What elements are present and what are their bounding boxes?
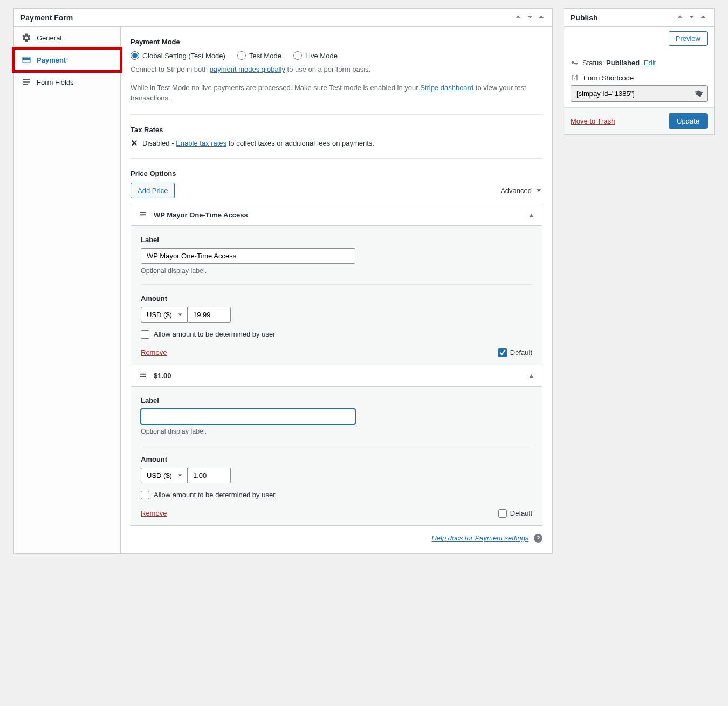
tab-form-fields[interactable]: Form Fields <box>14 71 120 93</box>
radio-global-label: Global Setting (Test Mode) <box>142 52 225 60</box>
amount-input[interactable] <box>188 468 231 483</box>
tab-payment[interactable]: Payment <box>14 49 120 71</box>
panel-collapse-icon[interactable] <box>699 13 708 22</box>
settings-tabs: General Payment Form Fields <box>14 27 121 553</box>
label-hint: Optional display label. <box>141 428 532 435</box>
allow-user-amount-checkbox[interactable] <box>141 330 149 339</box>
status-value: Published <box>606 59 640 67</box>
remove-price-link[interactable]: Remove <box>141 348 167 357</box>
tax-heading: Tax Rates <box>131 126 542 134</box>
radio-test[interactable]: Test Mode <box>237 51 281 60</box>
gear-icon <box>22 33 31 43</box>
advanced-toggle[interactable]: Advanced <box>500 187 542 195</box>
default-checkbox[interactable] <box>498 509 507 518</box>
radio-test-label: Test Mode <box>249 52 281 60</box>
default-label: Default <box>510 509 532 517</box>
currency-select[interactable]: USD ($) <box>141 468 188 483</box>
tax-status-row: Disabled - Enable tax rates to collect t… <box>131 139 542 147</box>
help-docs-link[interactable]: Help docs for Payment settings <box>431 534 528 542</box>
radio-global[interactable]: Global Setting (Test Mode) <box>131 51 225 60</box>
payment-modes-link[interactable]: payment modes globally <box>210 65 285 73</box>
remove-price-link[interactable]: Remove <box>141 509 167 517</box>
tab-payment-label: Payment <box>37 56 66 64</box>
radio-live-label: Live Mode <box>305 52 338 60</box>
panel-collapse-icon[interactable] <box>537 13 546 22</box>
preview-button[interactable]: Preview <box>669 31 708 46</box>
x-icon <box>131 139 138 147</box>
panel-reorder-controls <box>513 13 546 22</box>
price-label-input[interactable] <box>141 248 355 264</box>
stripe-dashboard-link[interactable]: Stripe dashboard <box>420 84 473 92</box>
status-row: Status: Published Edit <box>582 59 656 67</box>
radio-test-input[interactable] <box>237 51 246 60</box>
price-item: WP Mayor One-Time Access ▲ Label Optiona… <box>131 204 542 365</box>
advanced-label: Advanced <box>500 187 532 195</box>
radio-global-input[interactable] <box>131 51 139 60</box>
drag-handle-icon[interactable] <box>139 371 147 381</box>
collapse-icon[interactable]: ▲ <box>528 211 534 218</box>
key-icon <box>571 59 578 67</box>
tab-general[interactable]: General <box>14 27 120 49</box>
edit-status-link[interactable]: Edit <box>644 59 656 67</box>
payment-mode-help2: While in Test Mode no live payments are … <box>131 83 542 104</box>
chevron-down-icon <box>535 187 542 194</box>
tax-disabled-text: Disabled - <box>142 139 176 147</box>
allow-user-amount-checkbox[interactable] <box>141 491 149 499</box>
label-heading: Label <box>141 236 532 244</box>
tab-general-label: General <box>37 34 61 42</box>
panel-move-up-icon[interactable] <box>675 13 685 22</box>
amount-heading: Amount <box>141 294 532 303</box>
help-text: While in Test Mode no live payments are … <box>131 84 420 92</box>
price-item: $1.00 ▲ Label Optional display label. Am… <box>131 365 542 526</box>
enable-tax-link[interactable]: Enable tax rates <box>176 139 226 147</box>
default-row[interactable]: Default <box>498 348 532 357</box>
price-label-input[interactable] <box>141 409 355 424</box>
allow-user-amount-row[interactable]: Allow amount to be determined by user <box>141 491 532 499</box>
panel-move-down-icon[interactable] <box>525 13 535 22</box>
shortcode-input[interactable] <box>571 85 708 102</box>
default-checkbox[interactable] <box>498 348 507 357</box>
help-text: Connect to Stripe in both <box>131 65 210 73</box>
card-icon <box>22 55 31 65</box>
status-label: Status: <box>582 59 606 67</box>
form-icon <box>22 77 31 87</box>
price-item-header[interactable]: WP Mayor One-Time Access ▲ <box>131 204 542 225</box>
label-hint: Optional display label. <box>141 267 532 275</box>
collapse-icon[interactable]: ▲ <box>528 372 534 379</box>
allow-user-amount-label: Allow amount to be determined by user <box>154 491 275 499</box>
shortcode-icon <box>571 73 579 82</box>
panel-reorder-controls <box>675 13 708 22</box>
amount-heading: Amount <box>141 455 532 463</box>
allow-user-amount-row[interactable]: Allow amount to be determined by user <box>141 330 532 339</box>
payment-mode-help1: Connect to Stripe in both payment modes … <box>131 64 542 75</box>
help-icon[interactable]: ? <box>534 534 542 543</box>
panel-move-down-icon[interactable] <box>687 13 697 22</box>
update-button[interactable]: Update <box>669 113 708 129</box>
tax-post-text: to collect taxes or additional fees on p… <box>226 139 374 147</box>
currency-select[interactable]: USD ($) <box>141 307 188 323</box>
radio-live-input[interactable] <box>293 51 302 60</box>
default-row[interactable]: Default <box>498 509 532 518</box>
price-item-title: WP Mayor One-Time Access <box>154 211 522 219</box>
shortcode-label: Form Shortcode <box>583 74 634 82</box>
panel-move-up-icon[interactable] <box>513 13 523 22</box>
allow-user-amount-label: Allow amount to be determined by user <box>154 330 275 338</box>
label-heading: Label <box>141 396 532 405</box>
price-item-title: $1.00 <box>154 372 522 380</box>
add-price-button[interactable]: Add Price <box>131 183 175 198</box>
tab-form-fields-label: Form Fields <box>37 78 74 86</box>
page-title: Payment Form <box>20 13 73 22</box>
move-to-trash-link[interactable]: Move to Trash <box>571 117 615 125</box>
help-text: to use on a per-form basis. <box>285 65 370 73</box>
default-label: Default <box>510 348 532 357</box>
drag-handle-icon[interactable] <box>139 210 147 220</box>
price-item-header[interactable]: $1.00 ▲ <box>131 365 542 386</box>
publish-title: Publish <box>571 13 598 22</box>
payment-mode-heading: Payment Mode <box>131 38 542 46</box>
price-heading: Price Options <box>131 169 542 177</box>
amount-input[interactable] <box>188 307 231 323</box>
radio-live[interactable]: Live Mode <box>293 51 338 60</box>
